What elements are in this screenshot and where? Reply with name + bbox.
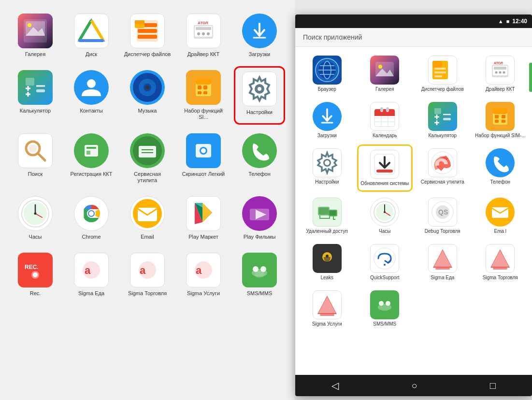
svg-rect-152 <box>330 211 336 215</box>
app-sigma-food-right[interactable]: Sigma Еда <box>415 240 471 285</box>
app-sigma-services[interactable]: a Sigma Услуги <box>178 249 229 300</box>
app-movies[interactable]: Play Фильмы <box>234 192 285 244</box>
app-calc-right-label: Калькулятор <box>428 133 457 139</box>
app-files-right[interactable]: Диспетчер файлов <box>415 52 471 96</box>
app-files[interactable]: Диспетчер файлов <box>122 10 173 61</box>
svg-point-166 <box>374 248 395 269</box>
svg-rect-49 <box>85 145 98 157</box>
app-screenshot[interactable]: Скриншот Легкий <box>178 129 229 187</box>
app-chrome[interactable]: Chrome <box>66 192 117 244</box>
svg-point-17 <box>202 32 205 35</box>
svg-rect-132 <box>443 118 451 120</box>
app-sigma-trade[interactable]: a Sigma Торговля <box>122 249 173 300</box>
app-sim[interactable]: Набор функций SI... <box>178 66 229 124</box>
app-gallery[interactable]: Галерея <box>10 10 61 61</box>
svg-point-60 <box>245 136 274 165</box>
app-sms-label: SMS/MMS <box>247 290 273 297</box>
svg-point-3 <box>28 23 31 27</box>
svg-point-157 <box>384 211 386 213</box>
app-chrome-label: Chrome <box>82 234 101 240</box>
app-update[interactable]: Обновления системы <box>357 144 413 192</box>
app-search-label: Поиск <box>28 171 43 177</box>
app-driver-kkt-right[interactable]: АТОЛ Драйвер ККТ <box>473 52 529 96</box>
svg-rect-179 <box>320 314 334 316</box>
app-qs[interactable]: QuickSupport <box>357 240 413 285</box>
svg-text:REC.: REC. <box>25 264 39 271</box>
svg-point-65 <box>34 212 37 214</box>
app-email-right[interactable]: Ema l <box>473 194 529 238</box>
svg-rect-146 <box>376 170 393 172</box>
app-rec-label: Rec. <box>30 290 41 297</box>
app-debug[interactable]: QS Debug Торговля <box>415 194 471 238</box>
nav-recent-button[interactable]: □ <box>480 376 505 395</box>
app-remote[interactable]: Удаленный доступ <box>299 194 355 238</box>
svg-point-115 <box>499 71 502 74</box>
wifi-icon: ▲ <box>498 18 503 24</box>
app-sigma-food-label: Sigma Еда <box>78 290 104 297</box>
app-files-right-label: Диспетчер файлов <box>421 86 464 92</box>
app-downloads[interactable]: Загрузки <box>234 10 285 61</box>
app-gallery-label: Галерея <box>25 51 45 57</box>
app-play[interactable]: Play Маркет <box>178 192 229 244</box>
app-sigma-trade-right-label: Sigma Торговля <box>483 275 518 281</box>
app-remote-label: Удаленный доступ <box>306 229 348 234</box>
app-sigma-services-right-label: Sigma Услуги <box>312 321 342 327</box>
app-play-label: Play Маркет <box>188 234 218 240</box>
svg-rect-128 <box>434 108 441 114</box>
svg-point-59 <box>201 148 206 153</box>
svg-rect-37 <box>196 79 211 85</box>
app-sms-right-label: SMS/MMS <box>373 321 396 327</box>
app-email[interactable]: Email <box>122 192 173 244</box>
svg-text:АТОЛ: АТОЛ <box>198 21 208 25</box>
app-service-label: Сервисная утилита <box>124 171 171 184</box>
app-drive[interactable]: Диск <box>66 10 117 61</box>
app-files-label: Диспетчер файлов <box>124 51 171 57</box>
app-service[interactable]: Сервисная утилита <box>122 129 173 187</box>
app-settings-label: Настройки <box>246 109 273 115</box>
svg-rect-109 <box>434 71 446 73</box>
app-sms[interactable]: SMS/MMS <box>234 249 285 300</box>
app-debug-label: Debug Торговля <box>425 229 460 234</box>
app-settings[interactable]: Настройки <box>234 66 285 124</box>
app-settings-right[interactable]: Настройки <box>299 144 355 192</box>
app-calendar[interactable]: Календарь <box>357 98 413 143</box>
app-rec[interactable]: REC. Rec. <box>10 249 61 300</box>
app-calendar-label: Календарь <box>373 133 397 139</box>
app-reg-kkt[interactable]: Регистрация ККТ <box>66 129 117 187</box>
svg-point-46 <box>29 144 37 152</box>
app-list-right: Браузер Галерея Диспетчер файлов АТОЛ Др… <box>295 47 532 375</box>
svg-rect-139 <box>502 115 505 118</box>
app-browser[interactable]: Браузер <box>299 52 355 96</box>
app-sigma-food[interactable]: a Sigma Еда <box>66 249 117 300</box>
app-calc[interactable]: Калькулятор <box>10 66 61 124</box>
app-calc-right[interactable]: Калькулятор <box>415 98 471 143</box>
app-sigma-services-right[interactable]: Sigma Услуги <box>299 286 355 331</box>
nav-home-button[interactable]: ○ <box>402 376 427 395</box>
app-sms-right[interactable]: SMS/MMS <box>357 286 413 331</box>
app-phone-right[interactable]: Телефон <box>473 144 529 192</box>
status-bar: ▲ ■ 12:40 <box>295 14 532 28</box>
app-driver-kkt-right-label: Драйвер ККТ <box>486 86 515 92</box>
app-clock[interactable]: Часы <box>10 192 61 244</box>
app-clock-right[interactable]: Часы <box>357 194 413 238</box>
app-downloads-right[interactable]: Загрузки <box>299 98 355 143</box>
app-contacts[interactable]: Контакты <box>66 66 117 124</box>
app-service-right[interactable]: Сервисная утилита <box>415 144 471 192</box>
app-sim-right[interactable]: Набор функций SIM-... <box>473 98 529 143</box>
app-search[interactable]: Поиск <box>10 129 61 187</box>
svg-point-30 <box>87 79 96 88</box>
svg-rect-10 <box>138 35 157 39</box>
app-driver-kkt[interactable]: АТОЛ Драйвер ККТ <box>178 10 229 61</box>
svg-rect-171 <box>435 268 450 270</box>
svg-rect-41 <box>203 91 207 94</box>
nav-back-button[interactable]: ◁ <box>322 376 348 395</box>
app-phone[interactable]: Телефон <box>234 129 285 187</box>
app-music[interactable]: Музыка <box>122 66 173 124</box>
svg-rect-107 <box>432 61 442 68</box>
app-gallery-right[interactable]: Галерея <box>357 52 413 96</box>
search-bar[interactable]: Поиск приложений <box>295 28 532 47</box>
app-leaks[interactable]: Leaks <box>299 240 355 285</box>
app-clock-right-label: Часы <box>379 229 390 234</box>
svg-rect-150 <box>319 208 329 214</box>
app-sigma-trade-right[interactable]: Sigma Торговля <box>473 240 529 285</box>
